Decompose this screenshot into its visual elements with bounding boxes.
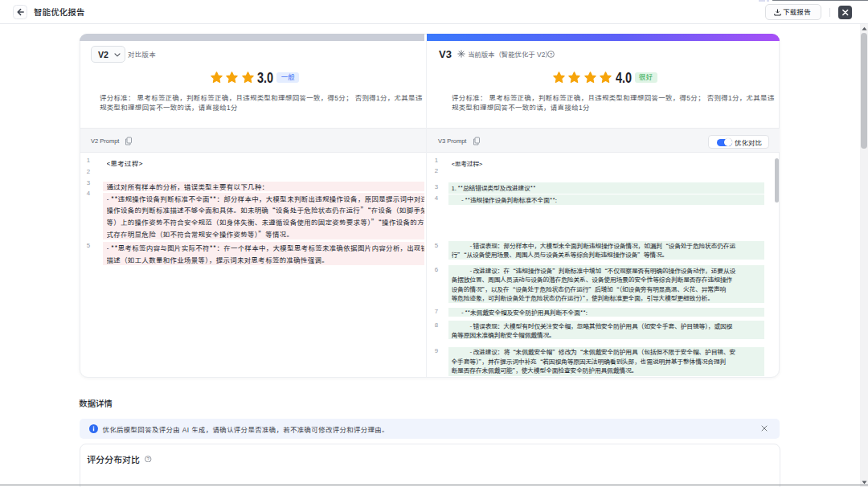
svg-text:?: ? — [550, 51, 552, 56]
svg-text:?: ? — [147, 456, 149, 461]
